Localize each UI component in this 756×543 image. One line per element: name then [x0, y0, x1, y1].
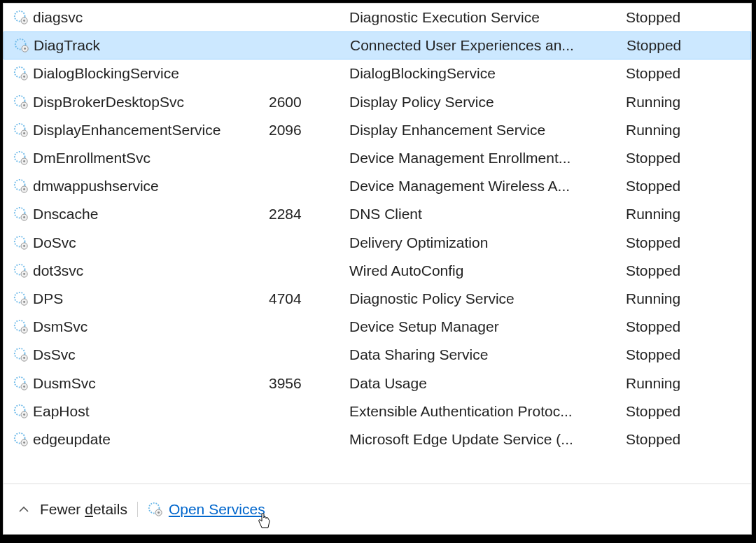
service-status-cell: Stopped: [626, 346, 751, 363]
service-pid-cell: 2600: [269, 94, 349, 111]
service-gear-icon: [13, 150, 29, 166]
table-row[interactable]: dot3svcWired AutoConfigStopped: [4, 257, 751, 285]
service-name-text: diagsvc: [33, 9, 83, 26]
svg-point-26: [23, 245, 25, 247]
table-row[interactable]: dmwappushserviceDevice Management Wirele…: [4, 172, 751, 200]
table-row[interactable]: DusmSvc3956Data UsageRunning: [4, 369, 751, 397]
fewer-details-link[interactable]: Fewer details: [40, 501, 127, 518]
service-desc-cell: Wired AutoConfig: [349, 262, 626, 279]
service-status-cell: Stopped: [626, 262, 751, 279]
services-table[interactable]: diagsvcDiagnostic Execution ServiceStopp…: [4, 3, 751, 484]
service-name-text: EapHost: [33, 403, 90, 420]
service-name-text: DsSvc: [33, 346, 76, 363]
service-pid-cell: 3956: [269, 375, 349, 392]
svg-point-11: [23, 104, 25, 106]
service-status-cell: Running: [626, 122, 751, 139]
service-desc-cell: Display Policy Service: [349, 94, 626, 111]
service-desc-cell: Diagnostic Policy Service: [349, 290, 626, 307]
table-row[interactable]: DisplayEnhancementService2096Display Enh…: [4, 116, 751, 144]
service-desc-cell: Display Enhancement Service: [349, 122, 626, 139]
table-row[interactable]: DispBrokerDesktopSvc2600Display Policy S…: [4, 88, 751, 116]
service-desc-cell: DialogBlockingService: [349, 65, 626, 82]
service-name-cell: DsSvc: [13, 346, 269, 363]
service-gear-icon: [13, 347, 29, 362]
service-gear-icon: [13, 235, 29, 251]
service-name-text: DisplayEnhancementService: [33, 122, 220, 139]
service-status-cell: Running: [626, 375, 751, 392]
svg-point-41: [23, 386, 25, 388]
footer-bar: Fewer details Open Services: [4, 484, 751, 534]
vertical-divider: [137, 502, 138, 517]
service-name-cell: DialogBlockingService: [13, 65, 269, 82]
service-desc-cell: Connected User Experiences an...: [350, 37, 626, 54]
table-row[interactable]: DsSvcData Sharing ServiceStopped: [4, 341, 751, 369]
svg-point-8: [23, 76, 25, 78]
service-status-cell: Running: [626, 94, 751, 111]
service-status-cell: Stopped: [626, 178, 751, 195]
svg-point-44: [23, 414, 25, 416]
service-name-cell: edgeupdate: [13, 431, 269, 448]
service-desc-cell: Device Management Wireless A...: [349, 178, 626, 195]
service-desc-cell: Device Setup Manager: [349, 318, 626, 335]
service-status-cell: Stopped: [626, 234, 751, 251]
service-status-cell: Stopped: [626, 318, 751, 335]
table-row[interactable]: DsmSvcDevice Setup ManagerStopped: [4, 313, 751, 341]
service-status-cell: Running: [626, 290, 751, 307]
svg-point-23: [23, 217, 25, 219]
service-name-cell: DusmSvc: [13, 375, 269, 392]
service-desc-cell: Device Management Enrollment...: [349, 150, 626, 167]
service-name-cell: DoSvc: [13, 234, 269, 251]
table-row[interactable]: EapHostExtensible Authentication Protoc.…: [4, 397, 751, 425]
svg-point-38: [23, 357, 25, 359]
service-name-cell: DispBrokerDesktopSvc: [13, 94, 269, 111]
service-gear-icon: [148, 502, 163, 517]
svg-point-14: [23, 132, 25, 134]
service-name-cell: DPS: [13, 290, 269, 307]
service-name-text: DsmSvc: [33, 318, 88, 335]
svg-point-20: [23, 188, 25, 190]
service-gear-icon: [13, 10, 29, 25]
table-row[interactable]: DmEnrollmentSvcDevice Management Enrollm…: [4, 144, 751, 172]
service-name-text: DmEnrollmentSvc: [33, 150, 150, 167]
service-gear-icon: [13, 319, 29, 334]
service-name-text: DispBrokerDesktopSvc: [33, 94, 184, 111]
service-gear-icon: [13, 66, 29, 81]
service-name-cell: DsmSvc: [13, 318, 269, 335]
service-name-cell: dot3svc: [13, 262, 269, 279]
services-window: diagsvcDiagnostic Execution ServiceStopp…: [3, 3, 752, 535]
svg-point-2: [23, 20, 25, 22]
service-name-text: edgeupdate: [33, 431, 111, 448]
table-row[interactable]: DoSvcDelivery OptimizationStopped: [4, 229, 751, 257]
service-status-cell: Stopped: [626, 431, 751, 448]
svg-point-32: [23, 301, 25, 303]
svg-point-47: [23, 442, 25, 444]
service-name-cell: DisplayEnhancementService: [13, 122, 269, 139]
service-status-cell: Stopped: [626, 150, 751, 167]
open-services-link[interactable]: Open Services: [148, 501, 265, 518]
service-gear-icon: [13, 122, 29, 138]
service-gear-icon: [13, 206, 29, 222]
table-row[interactable]: diagsvcDiagnostic Execution ServiceStopp…: [4, 3, 751, 31]
chevron-up-icon[interactable]: [18, 503, 30, 516]
service-name-text: DusmSvc: [33, 375, 96, 392]
svg-point-17: [23, 160, 25, 162]
service-name-cell: DmEnrollmentSvc: [13, 150, 269, 167]
service-desc-cell: Data Usage: [349, 375, 626, 392]
table-row[interactable]: DPS4704Diagnostic Policy ServiceRunning: [4, 285, 751, 313]
service-name-text: dmwappushservice: [33, 178, 159, 195]
table-row[interactable]: DialogBlockingServiceDialogBlockingServi…: [4, 59, 751, 87]
service-desc-cell: Microsoft Edge Update Service (...: [349, 431, 626, 448]
table-row[interactable]: DiagTrackConnected User Experiences an..…: [4, 31, 751, 59]
service-name-text: Dnscache: [33, 206, 98, 223]
service-name-cell: EapHost: [13, 403, 269, 420]
service-desc-cell: Diagnostic Execution Service: [349, 9, 626, 26]
table-row[interactable]: edgeupdateMicrosoft Edge Update Service …: [4, 425, 751, 453]
service-name-cell: dmwappushservice: [13, 178, 269, 195]
service-pid-cell: 2284: [269, 206, 349, 223]
service-desc-cell: Delivery Optimization: [349, 234, 626, 251]
service-pid-cell: 2096: [269, 122, 349, 139]
service-name-text: dot3svc: [33, 262, 83, 279]
table-row[interactable]: Dnscache2284DNS ClientRunning: [4, 200, 751, 228]
service-name-text: DoSvc: [33, 234, 76, 251]
service-name-cell: DiagTrack: [14, 37, 270, 54]
